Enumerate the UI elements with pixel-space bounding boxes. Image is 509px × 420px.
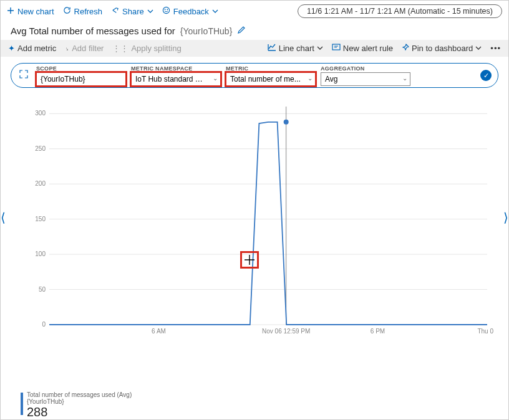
chart-legend[interactable]: Total number of messages used (Avg) {You… [21, 391, 132, 419]
chart-title: Avg Total number of messages used for [11, 26, 175, 36]
namespace-label: METRIC NAMESPACE [131, 65, 221, 72]
svg-text:Nov 06 12:59 PM: Nov 06 12:59 PM [262, 328, 310, 335]
chart-title-row: Avg Total number of messages used for {Y… [1, 22, 508, 40]
alert-icon [332, 44, 341, 53]
apply-splitting-label: Apply splitting [131, 44, 181, 53]
line-chart-icon [268, 44, 276, 53]
add-metric-label: Add metric [17, 44, 56, 53]
svg-text:300: 300 [35, 110, 46, 117]
new-chart-button[interactable]: New chart [7, 7, 54, 16]
svg-point-2 [167, 9, 168, 10]
svg-text:100: 100 [35, 251, 46, 257]
share-button[interactable]: Share [111, 6, 153, 16]
metric-selector-row: SCOPE {YourIoTHub} METRIC NAMESPACE IoT … [1, 63, 508, 88]
svg-text:0: 0 [42, 321, 46, 328]
metric-value: Total number of me... [230, 75, 301, 84]
line-chart[interactable]: 0501001502002503006 AMNov 06 12:59 PM6 P… [32, 100, 493, 350]
expand-icon[interactable] [19, 69, 29, 82]
chevron-down-icon [475, 44, 482, 53]
refresh-button[interactable]: Refresh [63, 6, 103, 16]
add-metric-button[interactable]: ✦ Add metric [8, 44, 56, 53]
metric-label: METRIC [226, 65, 316, 72]
refresh-icon [63, 6, 71, 16]
smiley-icon [162, 6, 170, 16]
namespace-selector[interactable]: METRIC NAMESPACE IoT Hub standard m...⌄ [131, 65, 221, 86]
chevron-down-icon [147, 7, 153, 16]
pin-label: Pin to dashboard [412, 44, 473, 53]
top-command-bar: New chart Refresh Share Feedback 11/6 1:… [1, 1, 508, 22]
edit-title-icon[interactable] [237, 26, 246, 36]
add-filter-button[interactable]: ⭏ Add filter [65, 44, 104, 53]
aggregation-selector[interactable]: AGGREGATION Avg⌄ [321, 65, 410, 86]
new-alert-label: New alert rule [343, 44, 393, 53]
namespace-value: IoT Hub standard m... [135, 75, 208, 84]
chevron-down-icon: ⌄ [402, 75, 407, 82]
time-range-picker[interactable]: 11/6 1:21 AM - 11/7 1:21 AM (Automatic -… [298, 4, 502, 18]
crosshair-cursor [242, 253, 257, 267]
pin-to-dashboard-button[interactable]: Pin to dashboard [402, 44, 482, 53]
plus-icon [7, 7, 14, 16]
share-label: Share [122, 7, 144, 16]
split-icon: ⋮⋮ [112, 44, 128, 53]
feedback-label: Feedback [173, 7, 209, 16]
apply-splitting-button[interactable]: ⋮⋮ Apply splitting [112, 44, 181, 53]
scope-selector[interactable]: SCOPE {YourIoTHub} [36, 65, 126, 86]
svg-text:250: 250 [35, 145, 46, 152]
svg-point-1 [165, 9, 165, 10]
chevron-down-icon [317, 44, 323, 53]
legend-color-bar [21, 393, 23, 415]
legend-value: 288 [27, 405, 132, 419]
svg-text:6 PM: 6 PM [371, 328, 385, 335]
svg-text:Thu 07: Thu 07 [477, 328, 493, 335]
legend-source: {YourIoTHub} [27, 398, 132, 405]
prev-chart-arrow[interactable]: ⟨ [1, 210, 6, 225]
scope-label: SCOPE [36, 65, 126, 72]
feedback-button[interactable]: Feedback [162, 6, 218, 16]
add-filter-label: Add filter [72, 44, 104, 53]
scope-value: {YourIoTHub} [41, 75, 85, 84]
new-chart-label: New chart [17, 7, 54, 16]
filter-icon: ⭏ [65, 44, 69, 53]
new-alert-rule-button[interactable]: New alert rule [332, 44, 393, 53]
chart-area[interactable]: 0501001502002503006 AMNov 06 12:59 PM6 P… [32, 100, 502, 350]
confirm-check-icon[interactable]: ✓ [480, 70, 492, 81]
next-chart-arrow[interactable]: ⟩ [503, 210, 508, 225]
chart-title-scope: {YourIoTHub} [180, 26, 233, 36]
svg-point-23 [284, 120, 289, 125]
svg-point-0 [163, 7, 169, 13]
chart-toolbar: ✦ Add metric ⭏ Add filter ⋮⋮ Apply split… [1, 40, 508, 57]
legend-series-label: Total number of messages used (Avg) [27, 391, 132, 398]
aggregation-value: Avg [325, 75, 337, 84]
chevron-down-icon: ⌄ [213, 75, 218, 82]
chart-type-label: Line chart [279, 44, 314, 53]
svg-text:6 AM: 6 AM [152, 328, 166, 335]
chart-type-dropdown[interactable]: Line chart [268, 44, 323, 53]
add-metric-icon: ✦ [8, 44, 15, 53]
svg-text:150: 150 [35, 216, 46, 222]
refresh-label: Refresh [74, 7, 103, 16]
share-icon [111, 6, 119, 16]
svg-text:50: 50 [39, 286, 46, 293]
more-button[interactable]: ••• [490, 44, 501, 53]
pin-icon [402, 44, 409, 53]
chevron-down-icon [212, 7, 218, 16]
aggregation-label: AGGREGATION [321, 65, 410, 72]
metric-selector-pill: SCOPE {YourIoTHub} METRIC NAMESPACE IoT … [11, 63, 498, 88]
metric-selector[interactable]: METRIC Total number of me...⌄ [226, 65, 316, 86]
chevron-down-icon: ⌄ [308, 75, 313, 82]
svg-text:200: 200 [35, 180, 46, 187]
